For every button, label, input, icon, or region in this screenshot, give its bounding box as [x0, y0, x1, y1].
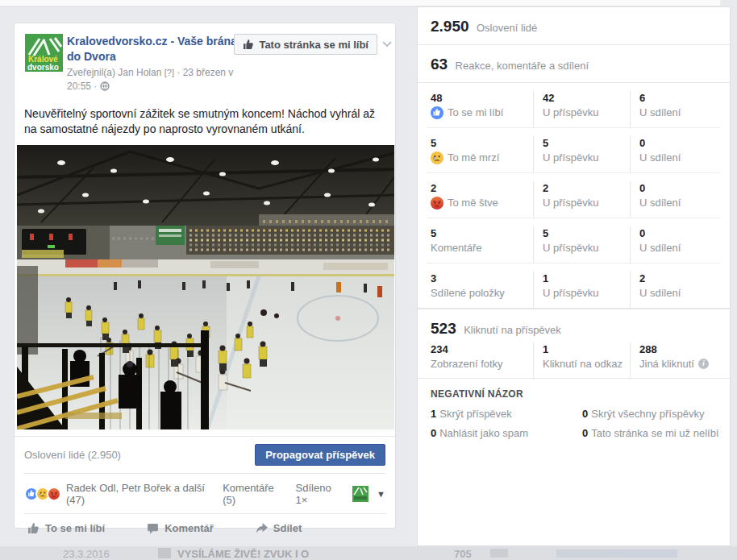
- stat-label: Kliknutí na odkaz: [543, 356, 630, 371]
- stat-value: 1: [543, 272, 630, 285]
- comment-icon: [147, 523, 159, 534]
- stat-row-shares: 3Sdílené položky 1U příspěvku 2U sdílení: [418, 263, 730, 308]
- negative-item: 0Nahlásit jako spam: [431, 427, 582, 439]
- stat-label: U příspěvku: [543, 285, 630, 301]
- engagement-value: 63: [431, 56, 448, 73]
- stat-label: U příspěvku: [543, 150, 630, 165]
- page-avatar[interactable]: Králové dvorsko: [25, 34, 63, 72]
- bg-row-bar: [490, 549, 508, 558]
- svg-text:dvorsko: dvorsko: [27, 63, 59, 72]
- stat-value: 3: [431, 272, 533, 285]
- stat-value: 0: [639, 136, 720, 150]
- shared-by-avatar[interactable]: [352, 486, 368, 502]
- stat-value: 2: [543, 181, 630, 195]
- stat-label: To mě mrzí: [448, 150, 499, 165]
- post-message: Neuvěřitelný sportovní zážitek se smutný…: [15, 100, 395, 145]
- reach-value: 2.950: [431, 18, 469, 35]
- clicks-breakdown-row: 234Zobrazení fotky 1Kliknutí na odkaz 28…: [418, 341, 730, 378]
- stat-value: 5: [543, 226, 630, 240]
- stat-label: U sdílení: [639, 105, 720, 120]
- stat-label: U příspěvku: [543, 240, 630, 255]
- like-page-button-label: Tato stránka se mi líbí: [259, 39, 368, 51]
- stat-label: U sdílení: [639, 240, 720, 255]
- clicks-stat: 523 Kliknutí na příspěvek: [418, 309, 730, 341]
- stat-value: 288: [639, 342, 720, 356]
- camera-icon: [158, 548, 171, 558]
- post-date[interactable]: · 23 březen v: [177, 67, 233, 78]
- post-card: Králové dvorsko Kralovedvorsko.cz - Vaše…: [14, 23, 396, 529]
- chevron-down-icon[interactable]: [382, 36, 392, 51]
- share-action-button[interactable]: Sdílet: [256, 522, 302, 534]
- stat-label: Skrýt příspěvek: [439, 408, 512, 420]
- stat-value: 5: [543, 136, 630, 150]
- like-page-button[interactable]: Tato stránka se mi líbí: [234, 34, 377, 55]
- help-badge[interactable]: [?]: [164, 66, 174, 80]
- stat-value: 234: [431, 342, 533, 356]
- engagement-stat: 63 Reakce, komentáře a sdílení: [418, 45, 730, 83]
- stat-value: 0: [582, 408, 588, 420]
- clicks-value: 523: [431, 320, 456, 337]
- reaction-chips[interactable]: [24, 487, 61, 501]
- stat-label: Sdílené položky: [431, 285, 533, 301]
- stat-value: 0: [639, 181, 720, 195]
- like-action-label: To se mi líbí: [45, 522, 105, 534]
- stat-value: 2: [431, 181, 533, 195]
- stat-label: To mě štve: [448, 195, 498, 210]
- stat-label: U sdílení: [639, 150, 720, 165]
- stat-label: Komentáře: [431, 240, 533, 255]
- reach-label: Oslovení lidé: [477, 22, 537, 34]
- thumbs-up-icon: [243, 39, 254, 50]
- stat-label: U sdílení: [639, 285, 720, 301]
- stat-label: U sdílení: [639, 195, 720, 210]
- stat-row-likes: 48 To se mi líbí 42U příspěvku 6U sdílen…: [418, 83, 730, 127]
- stat-value: 1: [431, 408, 436, 420]
- negative-item: 0Skrýt všechny příspěvky: [582, 408, 720, 420]
- avatar-logo-icon: Králové dvorsko: [25, 34, 63, 72]
- stat-row-comments: 5Komentáře 5U příspěvku 0U sdílení: [418, 218, 730, 263]
- share-action-label: Sdílet: [273, 522, 302, 534]
- bg-row-reach: 705: [454, 548, 472, 560]
- stat-value: 2: [639, 272, 720, 285]
- engagement-label: Reakce, komentáře a sdílení: [456, 60, 589, 72]
- page-background: [731, 0, 737, 560]
- stat-value: 48: [431, 91, 533, 105]
- caret-down-icon[interactable]: ▼: [377, 489, 385, 499]
- negative-item: 0Tato stránka se mi už nelíbí: [582, 427, 720, 439]
- post-meta: Zveřejnil(a) Jan Holan [?] · 23 březen v…: [67, 66, 240, 95]
- hockey-arena-photo: [17, 145, 394, 429]
- post-photo[interactable]: [17, 145, 394, 429]
- stat-value: 0: [431, 427, 436, 439]
- like-action-button[interactable]: To se mi líbí: [27, 522, 105, 534]
- stat-value: 5: [431, 136, 533, 150]
- clicks-label: Kliknutí na příspěvek: [464, 324, 561, 336]
- globe-icon: [100, 81, 110, 95]
- negative-feedback-section: NEGATIVNÍ NÁZOR 1Skrýt příspěvek 0Skrýt …: [418, 379, 730, 439]
- stat-label: Jiná kliknutí: [639, 356, 694, 371]
- stat-row-sad: 5 To mě mrzí 5U příspěvku 0U sdílení: [418, 128, 730, 172]
- post-header: Králové dvorsko Kralovedvorsko.cz - Vaše…: [15, 23, 395, 100]
- negative-item: 1Skrýt příspěvek: [431, 408, 582, 420]
- reach-stat: 2.950 Oslovení lidé: [418, 7, 730, 45]
- stat-label: To se mi líbí: [448, 105, 503, 120]
- boost-post-button[interactable]: Propagovat příspěvek: [255, 444, 385, 466]
- dimmed-background-row: 23.3.2016 VYSÍLÁME ŽIVĚ! ZVUK I O 705: [0, 546, 737, 560]
- stat-value: 42: [543, 91, 630, 105]
- stat-value: 1: [543, 342, 630, 356]
- sad-reaction-icon: [431, 151, 443, 164]
- info-icon[interactable]: i: [698, 359, 709, 369]
- comment-action-button[interactable]: Komentář: [147, 522, 214, 534]
- shares-count-link[interactable]: Sdíleno 1×: [296, 482, 345, 506]
- like-reaction-icon: [431, 106, 443, 119]
- comments-count-link[interactable]: Komentáře (5): [223, 482, 287, 506]
- stat-label: U příspěvku: [543, 195, 630, 210]
- stat-label: Tato stránka se mi už nelíbí: [591, 427, 718, 439]
- page-name-link[interactable]: Kralovedvorsko.cz - Vaše brána do Dvora: [67, 34, 240, 64]
- angry-reaction-icon: [431, 197, 443, 209]
- reaction-names-link[interactable]: Radek Odl, Petr Bořek a další (47): [66, 482, 223, 506]
- post-reach-label: Oslovení lidé (2.950): [24, 449, 121, 461]
- bg-row-bar: [556, 550, 677, 558]
- comment-action-label: Komentář: [164, 522, 214, 534]
- stat-row-angry: 2 To mě štve 2U příspěvku 0U sdílení: [418, 173, 730, 218]
- stat-value: 0: [582, 427, 588, 439]
- stat-label: Zobrazení fotky: [431, 356, 533, 371]
